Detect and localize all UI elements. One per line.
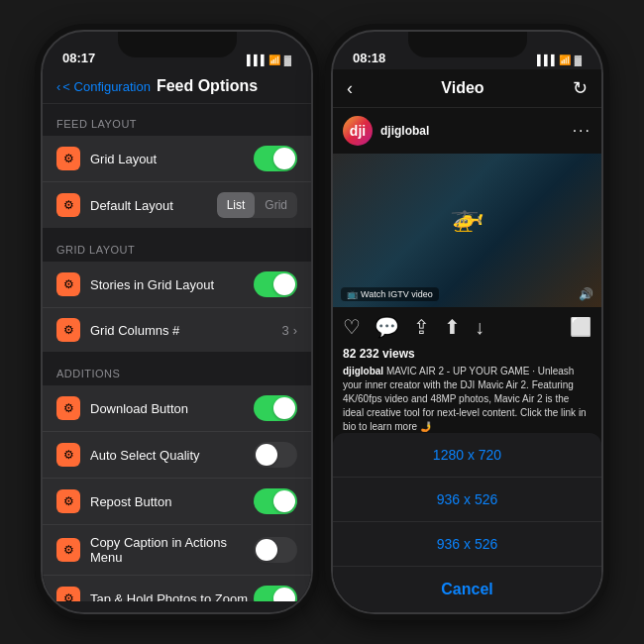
section-grid-layout-label: Grid Layout — [43, 230, 311, 262]
grid-layout-label: Grid Layout — [90, 152, 254, 166]
grid-layout-icon: ⚙ — [56, 147, 80, 170]
feed-layout-group: ⚙ Grid Layout ⚙ Default Layout List Grid — [43, 136, 311, 228]
phone-instagram: 08:18 ▐▐▐ 📶 ▓ ‹ Video ↻ dji djiglobal ··… — [331, 30, 603, 614]
heart-icon[interactable]: ♡ — [343, 315, 361, 339]
grid-layout-toggle[interactable] — [254, 146, 297, 171]
auto-quality-row: ⚙ Auto Select Quality — [43, 432, 311, 479]
wifi-icon: 📶 — [268, 54, 280, 65]
time-2: 08:18 — [353, 51, 385, 65]
default-layout-label: Default Layout — [90, 198, 217, 213]
tv-icon: 📺 — [347, 289, 358, 299]
seg-grid[interactable]: Grid — [255, 192, 297, 218]
chevron-right-icon: › — [293, 323, 297, 338]
instagram-screen: ‹ Video ↻ dji djiglobal ··· 🚁 📺 Watch IG… — [333, 69, 601, 614]
repost-btn-icon: ⚙ — [56, 489, 80, 513]
grid-columns-row: ⚙ Grid Columns # 3 › — [43, 308, 311, 352]
status-icons-2: ▐▐▐ 📶 ▓ — [533, 54, 582, 65]
bookmark-icon[interactable]: ⬜ — [570, 316, 591, 338]
volume-icon[interactable]: 🔊 — [579, 287, 593, 301]
copy-caption-toggle[interactable] — [254, 537, 297, 563]
settings-scroll[interactable]: Feed Layout ⚙ Grid Layout ⚙ Default Layo… — [43, 104, 311, 601]
default-layout-segmented[interactable]: List Grid — [217, 192, 297, 218]
battery-icon-2: ▓ — [575, 54, 582, 65]
download-btn-toggle[interactable] — [254, 395, 297, 421]
wifi-icon-2: 📶 — [559, 54, 571, 65]
tap-hold-photos-icon: ⚙ — [56, 587, 80, 601]
action-bar: ♡ 💬 ⇪ ⬆ ↓ ⬜ — [333, 307, 601, 347]
repost-btn-toggle[interactable] — [254, 488, 297, 514]
signal-icon-2: ▐▐▐ — [533, 54, 554, 65]
copy-caption-row: ⚙ Copy Caption in Actions Menu — [43, 525, 311, 576]
tap-hold-photos-label: Tap & Hold Photos to Zoom — [90, 591, 254, 602]
nav-bar: ‹ < Configuration Feed Options — [43, 69, 311, 104]
share-icon[interactable]: ⇪ — [413, 315, 430, 339]
stories-grid-label: Stories in Grid Layout — [90, 277, 254, 292]
battery-icon: ▓ — [284, 54, 291, 65]
insta-header: ‹ Video ↻ — [333, 69, 601, 108]
grid-layout-group: ⚙ Stories in Grid Layout ⚙ Grid Columns … — [43, 262, 311, 352]
copy-caption-icon: ⚙ — [56, 538, 80, 562]
insta-title: Video — [353, 79, 573, 97]
download-btn-row: ⚙ Download Button — [43, 385, 311, 432]
additions-group: ⚙ Download Button ⚙ Auto Select Quality … — [43, 385, 311, 601]
video-thumbnail[interactable]: 🚁 📺 Watch IGTV video 🔊 — [333, 154, 601, 307]
post-username: djiglobal — [380, 124, 565, 138]
watch-igtv-label: 📺 Watch IGTV video — [341, 287, 439, 301]
phone-settings: 08:17 ▐▐▐ 📶 ▓ ‹ < Configuration Feed Opt… — [41, 30, 313, 614]
nav-back[interactable]: ‹ < Configuration — [56, 79, 151, 94]
avatar: dji — [343, 116, 373, 146]
notch — [118, 32, 237, 57]
section-additions-label: Additions — [43, 354, 311, 385]
grid-columns-number: 3 — [281, 323, 288, 338]
post-header: dji djiglobal ··· — [333, 108, 601, 154]
back-chevron: ‹ — [56, 79, 60, 94]
default-layout-icon: ⚙ — [56, 193, 80, 217]
quality-option-2[interactable]: 936 x 526 — [333, 478, 601, 522]
signal-icon: ▐▐▐ — [243, 54, 264, 65]
quality-option-1[interactable]: 1280 x 720 — [333, 433, 601, 478]
post-views: 82 232 views — [333, 347, 601, 365]
status-icons-1: ▐▐▐ 📶 ▓ — [243, 54, 291, 65]
download-icon[interactable]: ↓ — [475, 316, 484, 339]
section-feed-layout-label: Feed Layout — [43, 104, 311, 136]
page-title: Feed Options — [157, 77, 258, 95]
post-caption: djiglobal MAVIC AIR 2 - UP YOUR GAME · U… — [333, 365, 601, 438]
default-layout-row: ⚙ Default Layout List Grid — [43, 182, 311, 228]
auto-quality-label: Auto Select Quality — [90, 448, 254, 463]
download-btn-label: Download Button — [90, 401, 254, 416]
notch-2 — [408, 32, 527, 57]
time-1: 08:17 — [62, 51, 95, 65]
repost-btn-label: Repost Button — [90, 494, 254, 509]
auto-quality-toggle[interactable] — [254, 442, 297, 468]
comment-icon[interactable]: 💬 — [375, 315, 399, 339]
cancel-button[interactable]: Cancel — [333, 567, 601, 612]
drone-icon: 🚁 — [450, 200, 484, 233]
repost-btn-row: ⚙ Repost Button — [43, 479, 311, 525]
nav-back-label: < Configuration — [62, 79, 151, 94]
stories-grid-row: ⚙ Stories in Grid Layout — [43, 262, 311, 308]
grid-columns-label: Grid Columns # — [90, 323, 281, 338]
settings-screen: ‹ < Configuration Feed Options Feed Layo… — [43, 69, 311, 612]
seg-list[interactable]: List — [217, 192, 256, 218]
stories-grid-icon: ⚙ — [56, 272, 80, 296]
tap-hold-photos-toggle[interactable] — [254, 586, 297, 601]
grid-layout-row: ⚙ Grid Layout — [43, 136, 311, 182]
grid-columns-value[interactable]: 3 › — [281, 323, 297, 338]
copy-caption-label: Copy Caption in Actions Menu — [90, 535, 254, 565]
quality-bottom-sheet: 1280 x 720 936 x 526 936 x 526 Cancel — [333, 433, 601, 612]
caption-username: djiglobal — [343, 366, 383, 376]
grid-columns-icon: ⚙ — [56, 318, 80, 342]
tap-hold-photos-row: ⚙ Tap & Hold Photos to Zoom — [43, 576, 311, 601]
download-btn-icon: ⚙ — [56, 396, 80, 420]
auto-quality-icon: ⚙ — [56, 443, 80, 467]
insta-refresh-icon[interactable]: ↻ — [573, 77, 588, 99]
stories-grid-toggle[interactable] — [254, 271, 297, 297]
video-overlay: 📺 Watch IGTV video — [341, 287, 439, 301]
post-more-icon[interactable]: ··· — [573, 122, 591, 140]
dm-icon[interactable]: ⬆ — [444, 315, 461, 339]
quality-option-3[interactable]: 936 x 526 — [333, 522, 601, 567]
phones-container: 08:17 ▐▐▐ 📶 ▓ ‹ < Configuration Feed Opt… — [41, 30, 603, 614]
